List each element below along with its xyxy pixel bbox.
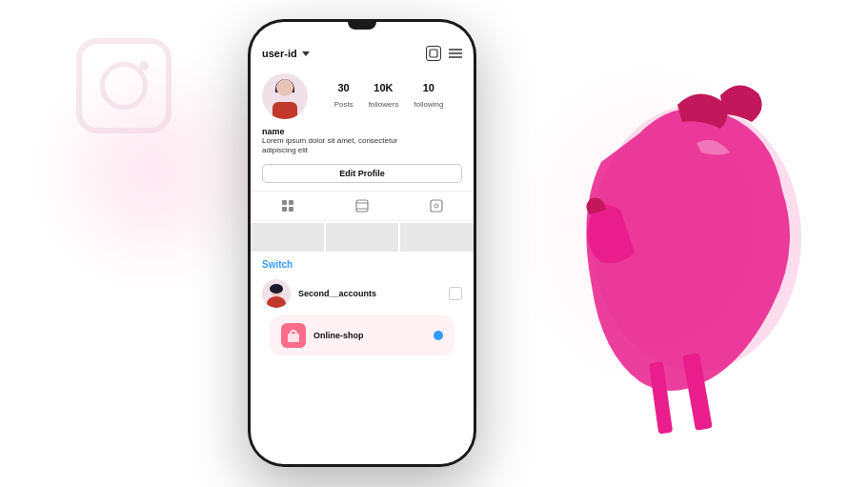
second-account-item[interactable]: Second__accounts [262, 275, 462, 312]
reel-icon [355, 199, 369, 213]
grid-cell [326, 223, 399, 252]
posts-label: Posts [334, 100, 353, 109]
profile-header: user-id [251, 39, 474, 68]
following-label: following [414, 100, 443, 109]
tag-icon [430, 199, 443, 213]
online-shop-name: Online-shop [313, 331, 426, 340]
tag-tab[interactable] [399, 192, 474, 220]
grid-icon [282, 200, 293, 212]
username-text: user-id [262, 48, 297, 59]
avatar-figure [268, 77, 302, 119]
posts-count: 30 [334, 82, 353, 93]
svg-rect-14 [288, 334, 299, 342]
grid-cell [251, 223, 324, 252]
avatar [262, 73, 308, 119]
profile-info-row: 30 Posts 10K followers 10 following [251, 68, 474, 125]
menu-icon[interactable] [449, 45, 462, 62]
second-account-avatar [262, 279, 291, 308]
bio-text: Lorem ipsum dolor sit amet, consectetur … [262, 136, 462, 156]
online-shop-item[interactable]: Online-shop [270, 315, 454, 355]
bio-line2: adipiscing elit [262, 146, 308, 154]
svg-rect-2 [430, 50, 437, 57]
tab-icons-row [251, 191, 474, 221]
header-icons [426, 45, 462, 62]
edit-profile-button[interactable]: Edit Profile [262, 164, 462, 183]
following-count: 10 [414, 82, 443, 93]
svg-point-13 [267, 296, 286, 308]
add-post-icon[interactable] [426, 46, 441, 61]
phone-frame: user-id [248, 19, 476, 467]
avatar-head [276, 79, 293, 96]
instagram-profile-screen: user-id [251, 22, 474, 464]
switch-section: Switch Second__accounts [251, 254, 474, 363]
grid-tab[interactable] [251, 192, 325, 220]
bio-line1: Lorem ipsum dolor sit amet, consectetur [262, 136, 397, 145]
account-check-icon [449, 287, 462, 300]
followers-stat: 10K followers [369, 82, 399, 111]
switch-label: Switch [262, 259, 462, 270]
active-indicator [434, 331, 443, 340]
chevron-down-icon [302, 51, 310, 56]
bio-section: name Lorem ipsum dolor sit amet, consect… [251, 125, 474, 160]
grid-cell [400, 223, 474, 252]
followers-count: 10K [369, 82, 399, 93]
stats-row: 30 Posts 10K followers 10 following [315, 82, 462, 111]
avatar-body [273, 102, 297, 119]
header-username: user-id [262, 48, 310, 59]
phone-screen: user-id [251, 22, 474, 464]
bg-blob-right [506, 57, 792, 391]
second-avatar-figure [263, 281, 290, 308]
posts-grid [251, 223, 474, 252]
svg-rect-9 [431, 200, 442, 212]
svg-point-12 [270, 284, 283, 294]
following-stat: 10 following [414, 82, 443, 111]
svg-rect-6 [356, 200, 368, 212]
phone-notch [348, 22, 376, 30]
followers-label: followers [369, 100, 399, 109]
second-account-name: Second__accounts [298, 289, 441, 298]
posts-stat: 30 Posts [334, 82, 353, 111]
shop-bag-icon [286, 328, 301, 343]
reel-tab[interactable] [325, 192, 399, 220]
ig-watermark [76, 38, 172, 133]
svg-point-10 [434, 204, 438, 208]
shop-icon [281, 323, 306, 348]
profile-name: name [262, 127, 462, 136]
